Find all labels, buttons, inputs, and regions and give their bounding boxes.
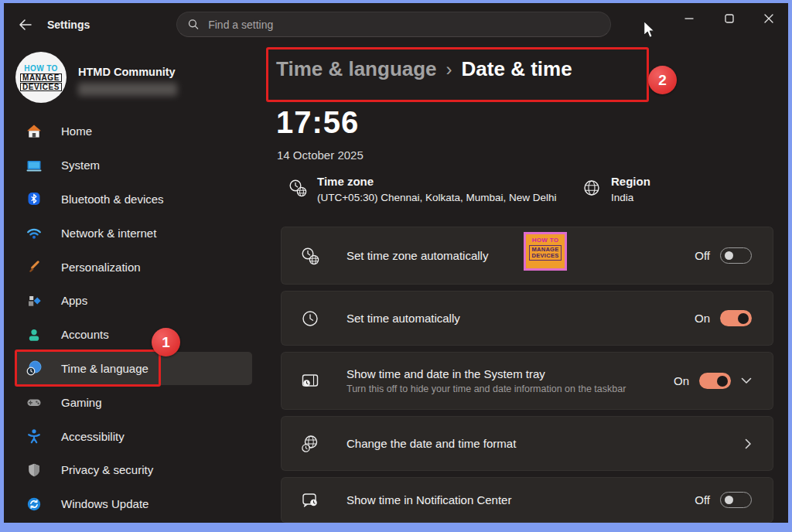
annotation-badge-2: 2 bbox=[648, 66, 677, 94]
toggle-state-label: Off bbox=[695, 493, 710, 506]
sidebar-item-label: Accounts bbox=[61, 328, 109, 341]
setting-card-date-time-format[interactable]: Change the date and time format bbox=[281, 416, 773, 471]
mouse-cursor bbox=[643, 20, 655, 39]
toggle-knob bbox=[717, 376, 728, 387]
setting-card-set-time-auto[interactable]: Set time automatically On bbox=[281, 291, 773, 346]
sidebar-item-label: Windows Update bbox=[61, 497, 148, 510]
set-timezone-auto-toggle[interactable] bbox=[720, 247, 752, 264]
region-label: Region bbox=[611, 175, 650, 188]
desktop-frame: Settings HOW TO MANAGE DEVICES HTMD Comm… bbox=[0, 0, 792, 532]
sidebar-item-gaming[interactable]: Gaming bbox=[15, 385, 252, 419]
back-arrow-icon bbox=[19, 19, 32, 31]
card-title: Change the date and time format bbox=[346, 437, 516, 450]
avatar-text: HOW TO bbox=[24, 64, 57, 73]
current-date: 14 October 2025 bbox=[277, 148, 364, 162]
sidebar-item-label: System bbox=[61, 159, 100, 172]
toggle-state-label: Off bbox=[695, 249, 710, 262]
watermark-text: DEVICES bbox=[530, 253, 561, 259]
system-icon bbox=[26, 157, 43, 174]
sidebar-item-network-internet[interactable]: Network & internet bbox=[15, 216, 252, 250]
shield-icon bbox=[26, 462, 43, 479]
sidebar-item-privacy-security[interactable]: Privacy & security bbox=[15, 453, 252, 487]
setting-card-system-tray-time[interactable]: Show time and date in the System tray Tu… bbox=[281, 352, 773, 410]
sidebar-item-label: Personalization bbox=[61, 261, 141, 274]
card-title: Show time and date in the System tray bbox=[346, 367, 626, 380]
toggle-knob bbox=[725, 496, 733, 504]
sidebar-item-label: Privacy & security bbox=[61, 463, 153, 476]
card-text: Show time and date in the System tray Tu… bbox=[346, 367, 626, 394]
sidebar-item-bluetooth-devices[interactable]: Bluetooth & devices bbox=[15, 182, 252, 217]
toggle-knob bbox=[738, 313, 749, 324]
minimize-icon bbox=[684, 14, 694, 23]
sidebar-item-label: Bluetooth & devices bbox=[61, 193, 164, 206]
wifi-icon bbox=[26, 224, 43, 241]
sidebar-item-apps[interactable]: Apps bbox=[15, 284, 252, 318]
notification-center-icon bbox=[300, 490, 320, 510]
timezone-label: Time zone bbox=[317, 175, 374, 188]
watermark-box: MANAGE DEVICES bbox=[529, 245, 562, 261]
sidebar-item-label: Apps bbox=[61, 294, 87, 307]
annotation-box-step2 bbox=[266, 47, 649, 102]
close-icon bbox=[764, 14, 773, 23]
sidebar-item-label: Home bbox=[61, 124, 92, 138]
set-time-auto-toggle[interactable] bbox=[720, 310, 752, 326]
timezone-value: (UTC+05:30) Chennai, Kolkata, Mumbai, Ne… bbox=[317, 192, 557, 203]
maximize-button[interactable] bbox=[714, 6, 745, 31]
sidebar-item-system[interactable]: System bbox=[15, 148, 252, 182]
toggle-state-label: On bbox=[695, 312, 710, 325]
setting-card-notification-center-time[interactable]: Show time in Notification Center Off bbox=[281, 477, 773, 523]
sidebar-item-accounts[interactable]: Accounts bbox=[15, 318, 252, 352]
watermark-text: HOW TO bbox=[526, 237, 565, 244]
redacted-email bbox=[78, 83, 177, 96]
sidebar-item-home[interactable]: Home bbox=[15, 114, 252, 148]
region-globe-icon bbox=[582, 178, 602, 198]
sidebar-item-label: Network & internet bbox=[61, 227, 156, 240]
sidebar-item-label: Gaming bbox=[61, 396, 102, 409]
sidebar-item-personalization[interactable]: Personalization bbox=[15, 250, 252, 284]
window-title: Settings bbox=[47, 19, 90, 31]
annotation-box-step1 bbox=[15, 350, 161, 387]
minimize-button[interactable] bbox=[674, 6, 705, 31]
search-input[interactable] bbox=[207, 18, 599, 32]
toggle-knob bbox=[725, 251, 733, 260]
chevron-right-icon bbox=[745, 438, 752, 449]
sidebar-item-windows-update[interactable]: Windows Update bbox=[15, 487, 252, 521]
profile-name: HTMD Community bbox=[78, 66, 176, 78]
bluetooth-icon bbox=[26, 190, 43, 207]
windows-update-icon bbox=[26, 496, 43, 513]
avatar[interactable]: HOW TO MANAGE DEVICES bbox=[15, 52, 67, 103]
search-box[interactable] bbox=[176, 12, 611, 37]
home-icon bbox=[26, 123, 43, 140]
person-icon bbox=[26, 326, 43, 343]
timezone-auto-icon bbox=[300, 246, 320, 266]
paintbrush-icon bbox=[26, 258, 43, 275]
htmd-watermark: HOW TO MANAGE DEVICES bbox=[524, 232, 567, 271]
notification-center-time-toggle[interactable] bbox=[720, 492, 752, 508]
apps-icon bbox=[26, 292, 43, 309]
card-title: Set time zone automatically bbox=[346, 249, 488, 262]
region-value: India bbox=[611, 192, 633, 203]
current-time: 17:56 bbox=[276, 105, 359, 140]
accessibility-icon bbox=[26, 428, 43, 445]
system-tray-icon bbox=[300, 371, 320, 391]
card-title: Set time automatically bbox=[346, 312, 460, 325]
clock-icon bbox=[300, 309, 320, 329]
annotation-badge-1: 1 bbox=[152, 328, 180, 356]
search-icon bbox=[188, 19, 199, 30]
back-button[interactable] bbox=[12, 12, 39, 38]
avatar-text: MANAGE bbox=[20, 73, 62, 82]
close-button[interactable] bbox=[753, 6, 784, 31]
card-title: Show time in Notification Center bbox=[346, 493, 511, 506]
maximize-icon bbox=[725, 14, 734, 23]
card-subtitle: Turn this off to hide your time and date… bbox=[346, 384, 626, 394]
gamepad-icon bbox=[26, 394, 43, 411]
sidebar-item-label: Accessibility bbox=[61, 430, 125, 443]
toggle-state-label: On bbox=[674, 374, 689, 387]
sidebar-item-accessibility[interactable]: Accessibility bbox=[15, 419, 252, 453]
date-time-format-icon bbox=[300, 434, 320, 454]
avatar-text: DEVICES bbox=[20, 83, 62, 91]
system-tray-time-toggle[interactable] bbox=[699, 373, 731, 389]
chevron-down-icon[interactable] bbox=[741, 377, 752, 384]
timezone-icon bbox=[288, 178, 308, 198]
sidebar-nav: Home System Bluetooth & devices Network … bbox=[15, 114, 252, 521]
